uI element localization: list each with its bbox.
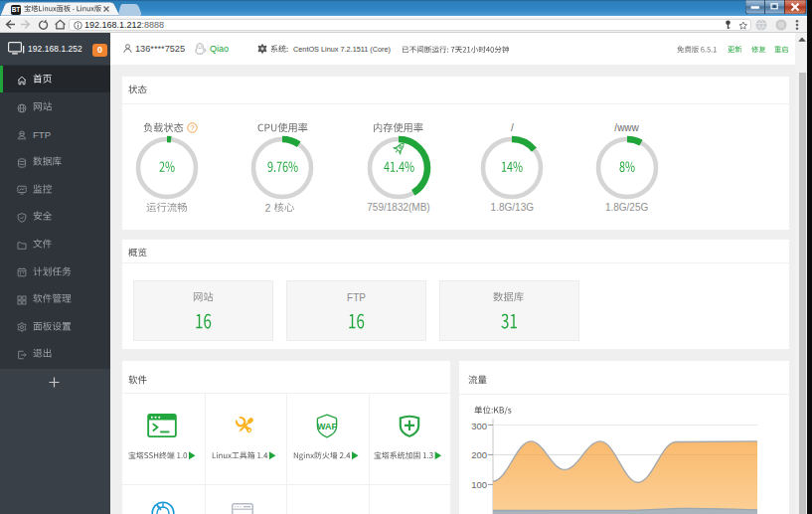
svg-text:WAF: WAF (317, 421, 337, 430)
svg-text:2: 2 (265, 201, 271, 213)
svg-text:?: ? (190, 123, 195, 132)
